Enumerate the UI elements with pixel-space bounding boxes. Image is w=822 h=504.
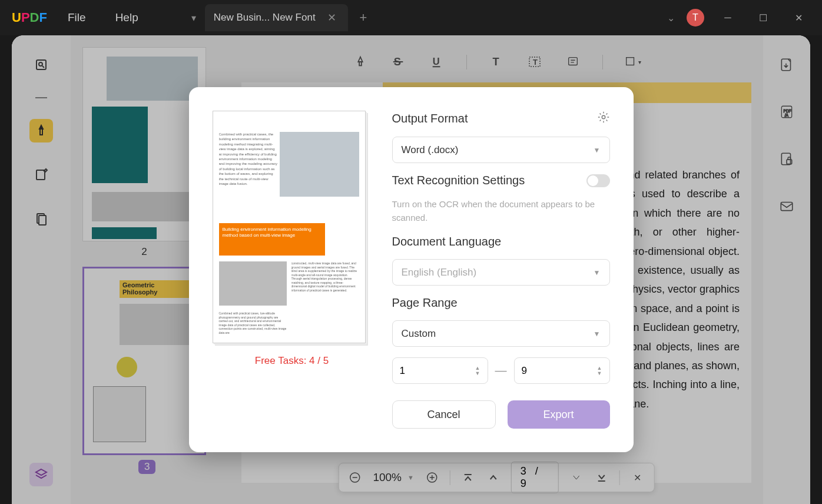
preview-orange-banner: Building environment information modelin… bbox=[219, 223, 325, 256]
svg-point-33 bbox=[602, 115, 605, 119]
chevron-down-icon: ▼ bbox=[594, 146, 601, 154]
close-tab-icon[interactable]: ✕ bbox=[324, 10, 339, 25]
ocr-toggle[interactable] bbox=[586, 174, 610, 187]
tab-area: ▾ New Busin... New Font ✕ + bbox=[183, 4, 667, 31]
modal-overlay: Combined with practical cases, the build… bbox=[12, 35, 810, 504]
page-range-select[interactable]: Custom ▼ bbox=[392, 320, 610, 347]
modal-form: Output Format Word (.docx) ▼ Text Recogn… bbox=[392, 111, 610, 429]
app-logo: UPDF bbox=[12, 9, 53, 26]
settings-gear-icon[interactable] bbox=[597, 111, 610, 126]
export-modal: Combined with practical cases, the build… bbox=[189, 87, 634, 452]
language-label: Document Language bbox=[392, 235, 610, 248]
ocr-label: Text Recognition Settings bbox=[392, 174, 525, 187]
tab-title: New Busin... New Font bbox=[214, 12, 316, 24]
menu-help[interactable]: Help bbox=[101, 11, 153, 24]
user-avatar[interactable]: T bbox=[687, 9, 704, 26]
range-dash: — bbox=[495, 364, 507, 377]
modal-preview-panel: Combined with practical cases, the build… bbox=[213, 111, 372, 429]
ocr-help-text: Turn on the OCR when the document appear… bbox=[392, 198, 610, 224]
spinner-buttons[interactable]: ▲▼ bbox=[597, 366, 602, 376]
language-select[interactable]: English (English) ▼ bbox=[392, 259, 610, 286]
cancel-button[interactable]: Cancel bbox=[392, 400, 496, 429]
output-format-select[interactable]: Word (.docx) ▼ bbox=[392, 137, 610, 163]
dropdown-icon[interactable]: ⌄ bbox=[667, 12, 675, 24]
window-controls: ⌄ T ─ ☐ ✕ bbox=[667, 9, 810, 26]
minimize-button[interactable]: ─ bbox=[716, 9, 740, 26]
titlebar: UPDF File Help ▾ New Busin... New Font ✕… bbox=[0, 0, 822, 35]
range-from-input[interactable]: 1 ▲▼ bbox=[392, 357, 488, 384]
new-tab-button[interactable]: + bbox=[348, 4, 379, 31]
free-tasks-label: Free Tasks: 4 / 5 bbox=[213, 355, 372, 367]
spinner-buttons[interactable]: ▲▼ bbox=[475, 366, 480, 376]
document-tab[interactable]: New Busin... New Font ✕ bbox=[205, 4, 348, 31]
tab-list-dropdown[interactable]: ▾ bbox=[183, 6, 205, 29]
chevron-down-icon: ▼ bbox=[594, 330, 601, 338]
close-window-button[interactable]: ✕ bbox=[787, 9, 810, 26]
output-format-label: Output Format bbox=[392, 112, 468, 125]
menu-file[interactable]: File bbox=[53, 11, 101, 24]
preview-thumbnail: Combined with practical cases, the build… bbox=[213, 111, 366, 343]
export-button[interactable]: Export bbox=[508, 400, 610, 429]
page-range-label: Page Range bbox=[392, 296, 610, 310]
workspace: PDF/A 2 GeometricPhilosophy 3 bbox=[12, 35, 810, 504]
chevron-down-icon: ▼ bbox=[594, 268, 601, 277]
range-to-input[interactable]: 9 ▲▼ bbox=[514, 357, 610, 384]
maximize-button[interactable]: ☐ bbox=[751, 9, 775, 26]
